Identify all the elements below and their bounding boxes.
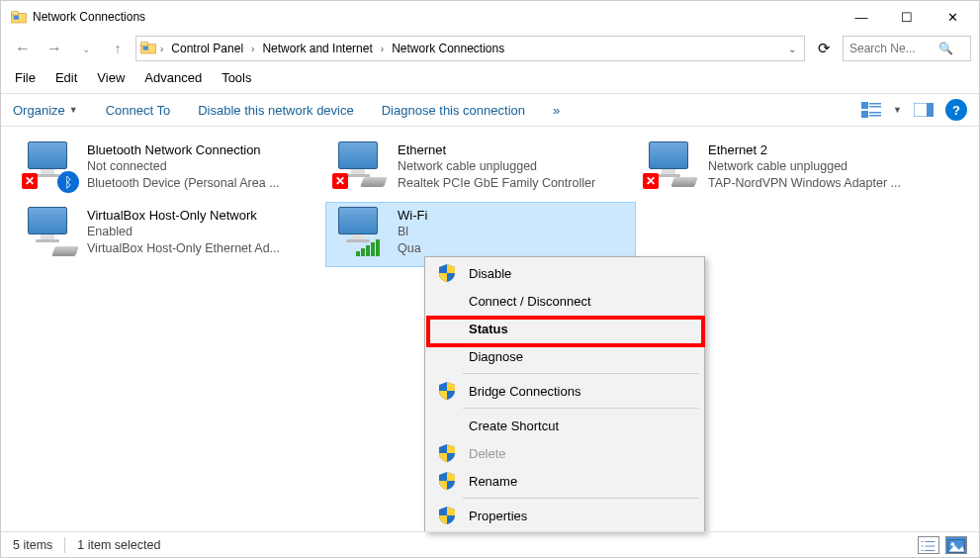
ctx-delete-label: Delete [469, 446, 506, 461]
menu-tools[interactable]: Tools [220, 68, 253, 87]
svg-point-21 [951, 542, 955, 546]
window-icon [11, 9, 27, 25]
connection-virtualbox[interactable]: VirtualBox Host-Only Network Enabled Vir… [15, 202, 325, 267]
back-button[interactable]: ← [9, 35, 37, 62]
details-view-button[interactable] [918, 536, 939, 554]
forward-button[interactable]: → [41, 35, 68, 62]
ctx-properties[interactable]: Properties [427, 502, 702, 529]
status-selected-count: 1 item selected [77, 538, 160, 552]
shield-icon [439, 264, 455, 282]
connection-status: Enabled [87, 224, 280, 240]
shield-icon [439, 472, 455, 490]
close-button[interactable]: ✕ [930, 1, 975, 33]
crumb-sep[interactable]: › [249, 44, 256, 54]
ctx-delete: Delete [427, 439, 702, 467]
up-button[interactable]: ↑ [104, 35, 132, 62]
minimize-button[interactable]: — [839, 1, 884, 33]
disconnected-x-icon: ✕ [332, 173, 348, 189]
connection-name: Bluetooth Network Connection [87, 141, 280, 158]
status-item-count: 5 items [13, 538, 52, 552]
adapter-icon [332, 207, 390, 260]
connect-to-button[interactable]: Connect To [106, 103, 171, 118]
menu-advanced[interactable]: Advanced [142, 68, 204, 87]
ctx-connect-disconnect[interactable]: Connect / Disconnect [427, 287, 702, 315]
refresh-button[interactable]: ⟳ [809, 36, 839, 61]
menu-view[interactable]: View [95, 68, 127, 87]
search-box[interactable]: 🔍 [843, 36, 971, 61]
title-bar: Network Connections — ☐ ✕ [1, 1, 979, 33]
ctx-bridge-label: Bridge Connections [469, 384, 580, 399]
crumb-control-panel[interactable]: Control Panel [167, 40, 247, 57]
connection-status: Network cable unplugged [708, 158, 901, 175]
connection-name: Ethernet [398, 141, 595, 158]
ctx-disable[interactable]: Disable [427, 259, 702, 287]
status-divider [64, 537, 65, 553]
ctx-create-shortcut[interactable]: Create Shortcut [427, 412, 702, 439]
connection-ethernet-2[interactable]: ✕ Ethernet 2 Network cable unplugged TAP… [636, 137, 946, 202]
ctx-status[interactable]: Status [427, 315, 702, 342]
crumb-network-connections[interactable]: Network Connections [388, 40, 508, 57]
menu-edit[interactable]: Edit [53, 68, 79, 87]
ctx-diagnose[interactable]: Diagnose [427, 342, 702, 370]
recent-locations-button[interactable]: ⌄ [72, 35, 100, 62]
organize-label: Organize [13, 103, 65, 118]
adapter-icon: ✕ ᛒ [22, 141, 79, 195]
adapter-icon [22, 207, 79, 260]
addressbar-dropdown[interactable]: ⌄ [784, 44, 800, 54]
connection-name: VirtualBox Host-Only Network [87, 207, 280, 224]
shield-icon [439, 507, 455, 524]
crumb-network-internet[interactable]: Network and Internet [258, 40, 376, 57]
address-bar[interactable]: › Control Panel › Network and Internet ›… [135, 36, 805, 61]
svg-rect-4 [141, 42, 148, 45]
command-bar: Organize ▼ Connect To Disable this netwo… [1, 93, 979, 127]
ethernet-plug-icon [51, 246, 79, 256]
diagnose-connection-button[interactable]: Diagnose this connection [382, 103, 525, 118]
connection-status: Not connected [87, 158, 280, 175]
connection-bluetooth[interactable]: ✕ ᛒ Bluetooth Network Connection Not con… [15, 137, 325, 202]
ethernet-plug-icon [360, 177, 388, 187]
wifi-signal-icon [356, 239, 380, 256]
window-title: Network Connections [33, 10, 839, 24]
connection-device: TAP-NordVPN Windows Adapter ... [708, 175, 901, 192]
connection-device: Qua [398, 240, 427, 257]
connection-status: Network cable unplugged [398, 158, 595, 175]
organize-button[interactable]: Organize ▼ [13, 103, 78, 118]
context-menu: Disable Connect / Disconnect Status Diag… [424, 256, 705, 532]
large-icons-view-button[interactable] [945, 536, 967, 554]
crumb-sep[interactable]: › [379, 44, 386, 54]
adapter-icon: ✕ [643, 141, 700, 195]
connection-device: Realtek PCIe GbE Family Controller [398, 175, 595, 192]
disconnected-x-icon: ✕ [643, 173, 659, 189]
svg-rect-10 [869, 112, 881, 114]
ctx-rename[interactable]: Rename [427, 467, 702, 495]
svg-rect-8 [869, 106, 881, 108]
svg-rect-1 [12, 12, 19, 15]
connection-name: Ethernet 2 [708, 141, 901, 158]
view-dropdown-icon[interactable]: ▼ [893, 105, 902, 115]
connection-ethernet[interactable]: ✕ Ethernet Network cable unplugged Realt… [325, 137, 636, 202]
more-commands-button[interactable]: » [553, 103, 560, 118]
change-view-button[interactable] [859, 99, 883, 121]
search-input[interactable] [849, 42, 935, 55]
ctx-separator [463, 498, 698, 499]
ctx-bridge-connections[interactable]: Bridge Connections [427, 377, 702, 405]
svg-rect-6 [861, 102, 868, 109]
menu-file[interactable]: File [13, 68, 38, 87]
ctx-disable-label: Disable [469, 266, 511, 281]
maximize-button[interactable]: ☐ [884, 1, 930, 33]
connection-device: Bluetooth Device (Personal Area ... [87, 175, 280, 192]
help-button[interactable]: ? [945, 99, 967, 121]
menu-bar: File Edit View Advanced Tools [1, 64, 979, 93]
svg-rect-11 [869, 115, 881, 117]
adapter-icon: ✕ [332, 141, 390, 195]
crumb-sep[interactable]: › [158, 44, 165, 54]
disconnected-x-icon: ✕ [22, 173, 38, 189]
ctx-properties-label: Properties [469, 509, 527, 523]
svg-rect-7 [869, 103, 881, 105]
disable-device-button[interactable]: Disable this network device [198, 103, 354, 118]
shield-icon [439, 444, 455, 462]
preview-pane-button[interactable] [912, 99, 935, 121]
navigation-row: ← → ⌄ ↑ › Control Panel › Network and In… [1, 33, 979, 64]
svg-rect-9 [861, 111, 868, 118]
chevron-down-icon: ▼ [69, 105, 78, 115]
